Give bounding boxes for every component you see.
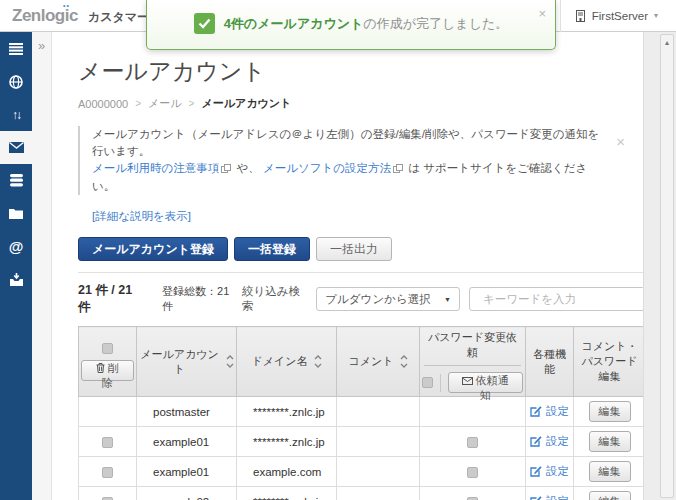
settings-label: 設定 — [546, 404, 569, 419]
folder-icon — [9, 208, 23, 219]
sidebar-nav: ↑↓ @ — [0, 32, 32, 500]
password-request-checkbox[interactable] — [467, 467, 478, 478]
request-notify-button[interactable]: 依頼通知 — [448, 372, 523, 393]
account-menu[interactable]: FirstServer ▾ — [560, 0, 676, 32]
account-cell: example02 — [137, 487, 237, 500]
sidebar-rail: » — [32, 32, 52, 500]
sidebar-item-mail[interactable] — [0, 131, 32, 164]
sort-account-control[interactable] — [226, 354, 234, 369]
edit-button-label: 編集 — [599, 465, 621, 477]
sidebar-item-files[interactable] — [0, 197, 32, 230]
filter-dropdown[interactable]: プルダウンから選択 ▼ — [316, 287, 460, 311]
toast-message: 4件のメールアカウントの作成が完了しました。 — [224, 15, 509, 33]
row-select-checkbox[interactable] — [102, 437, 113, 448]
edit-cell: 編集 — [574, 487, 644, 500]
account-cell: example01 — [137, 427, 237, 457]
total-count: 登録総数：21 件 — [162, 284, 242, 314]
bulk-export-button[interactable]: 一括出力 — [316, 237, 392, 261]
functions-cell: 設定 — [526, 427, 574, 457]
workspace: ↑↓ @ » メールアカウント A0000000 > メール > メールアカウン… — [0, 32, 676, 500]
column-label: 各種機能 — [533, 348, 566, 375]
menu-icon — [9, 43, 23, 55]
sidebar-item-menu[interactable] — [0, 32, 32, 65]
settings-link[interactable]: 設定 — [530, 404, 569, 419]
sidebar-expand-toggle[interactable]: » — [32, 32, 51, 53]
sidebar-item-web[interactable]: @ — [0, 230, 32, 263]
settings-link[interactable]: 設定 — [530, 494, 569, 500]
sort-comment-control[interactable] — [400, 354, 408, 369]
section-divider — [78, 272, 643, 273]
functions-column-header: 各種機能 — [526, 327, 574, 397]
mail-notes-link[interactable]: メール利用時の注意事項 — [92, 162, 219, 174]
domain-cell: ********.znlc.jp — [237, 397, 337, 427]
password-request-cell — [420, 457, 526, 487]
row-select-cell — [79, 427, 137, 457]
comment-cell — [337, 457, 420, 487]
select-all-checkbox[interactable] — [102, 343, 113, 354]
breadcrumb-account-id[interactable]: A0000000 — [78, 98, 128, 110]
at-sign-icon: @ — [9, 238, 24, 255]
row-select-cell — [79, 457, 137, 487]
header-divider — [440, 374, 441, 392]
chevron-down-icon: ▾ — [654, 11, 658, 20]
delete-button[interactable]: 削除 — [81, 360, 134, 381]
edit-button[interactable]: 編集 — [589, 401, 631, 422]
edit-settings-icon — [530, 405, 542, 417]
functions-cell: 設定 — [526, 487, 574, 500]
password-request-cell — [420, 397, 526, 427]
success-toast: 4件のメールアカウントの作成が完了しました。 × — [146, 0, 556, 50]
sidebar-item-transfer[interactable]: ↑↓ — [0, 98, 32, 131]
column-label: コメント・パスワード編集 — [581, 340, 637, 382]
bulk-register-button[interactable]: 一括登録 — [234, 237, 310, 261]
breadcrumb-mail[interactable]: メール — [148, 96, 182, 111]
mail-icon — [9, 142, 24, 153]
password-request-cell — [420, 487, 526, 500]
external-link-icon — [221, 161, 231, 178]
password-request-checkbox[interactable] — [467, 437, 478, 448]
external-link-icon — [393, 161, 403, 178]
logo-dots-icon: •• — [63, 2, 70, 9]
vertical-scrollbar[interactable]: ▴ — [660, 34, 674, 498]
row-select-checkbox[interactable] — [102, 467, 113, 478]
mail-setup-link[interactable]: メールソフトの設定方法 — [263, 162, 391, 174]
settings-link[interactable]: 設定 — [530, 434, 569, 449]
scroll-up-arrow-icon[interactable]: ▴ — [661, 35, 673, 47]
register-mail-account-button[interactable]: メールアカウント登録 — [78, 237, 228, 261]
keyword-search-input[interactable] — [483, 293, 637, 305]
account-cell: example01 — [137, 457, 237, 487]
info-close-icon[interactable]: × — [616, 134, 625, 149]
password-request-select-all-checkbox[interactable] — [422, 377, 433, 388]
database-icon — [10, 174, 23, 187]
edit-button[interactable]: 編集 — [589, 491, 631, 500]
zenlogic-logo: Zenlogic•• — [12, 6, 78, 26]
table-row: example01 example.com 設定 編集 — [79, 457, 644, 487]
filter-label: 絞り込み検索 — [242, 284, 309, 314]
toast-rest: の作成が完了しました。 — [363, 16, 508, 31]
domain-cell: ********.znlc.jp — [237, 427, 337, 457]
edit-button[interactable]: 編集 — [589, 431, 631, 452]
sort-domain-control[interactable] — [314, 354, 322, 369]
comment-cell — [337, 487, 420, 500]
filter-dropdown-value: プルダウンから選択 — [325, 292, 444, 307]
column-label: メールアカウント — [139, 347, 220, 377]
edit-button[interactable]: 編集 — [589, 461, 631, 482]
show-detail-link[interactable]: [詳細な説明を表示] — [92, 209, 191, 224]
breadcrumb: A0000000 > メール > メールアカウント — [78, 96, 643, 111]
edit-cell: 編集 — [574, 397, 644, 427]
settings-link[interactable]: 設定 — [530, 464, 569, 479]
toast-highlight: 4件のメールアカウント — [224, 16, 364, 31]
edit-settings-icon — [530, 465, 542, 477]
domain-cell: ********.znlc.jp — [237, 487, 337, 500]
sidebar-item-domain[interactable] — [0, 65, 32, 98]
domain-column-header: ドメイン名 — [237, 327, 337, 397]
edit-button-label: 編集 — [599, 405, 621, 417]
toast-close-icon[interactable]: × — [538, 7, 546, 20]
edit-cell: 編集 — [574, 427, 644, 457]
sidebar-item-install[interactable] — [0, 263, 32, 296]
sidebar-item-database[interactable] — [0, 164, 32, 197]
info-box: メールアカウント（メールアドレスの＠より左側）の登録/編集/削除や、パスワード変… — [78, 126, 643, 224]
edit-settings-icon — [530, 495, 542, 500]
breadcrumb-separator: > — [189, 98, 195, 109]
column-label: コメント — [348, 354, 393, 369]
edit-column-header: コメント・パスワード編集 — [574, 327, 644, 397]
